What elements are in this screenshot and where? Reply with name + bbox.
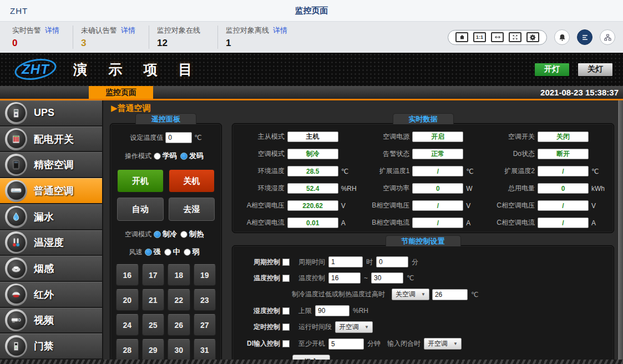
radio-button[interactable]	[154, 231, 161, 238]
temp-humidity-icon	[7, 234, 26, 252]
remote-button[interactable]: 去湿	[169, 198, 215, 221]
stat-detail-link[interactable]: 详情	[45, 26, 59, 34]
temp-action-input[interactable]	[432, 289, 468, 300]
one-to-one-icon[interactable]: 1:1	[473, 32, 486, 42]
temp-control-checkbox[interactable]	[282, 275, 290, 282]
sidebar-item[interactable]: UPS	[0, 100, 102, 127]
remote-button[interactable]: 自动	[117, 198, 164, 221]
realtime-field: C相空调电流 / A	[484, 218, 609, 228]
sidebar-item[interactable]: 漏水	[0, 204, 102, 230]
temp-key[interactable]: 22	[168, 289, 190, 311]
remote-panel-tab: 遥控面板	[135, 113, 196, 124]
radio-button[interactable]	[180, 231, 188, 238]
timer-control-checkbox[interactable]	[282, 323, 290, 331]
view-toolbar: 1:1	[448, 30, 547, 45]
temp-key[interactable]: 23	[194, 289, 216, 311]
radio-label: 强	[154, 247, 161, 257]
timer-control-label: 定时控制	[240, 322, 280, 332]
di-action-select[interactable]: 开空调▼	[424, 338, 462, 350]
field-unit: V	[341, 202, 359, 210]
realtime-panel-tab: 实时数据	[393, 113, 454, 124]
realtime-field: A相空调电流 0.01 A	[234, 218, 359, 228]
sidebar-item[interactable]: 精密空调	[0, 152, 102, 178]
temp-key[interactable]: 19	[194, 264, 216, 286]
field-label: 主从模式	[234, 132, 285, 141]
stat-detail-link[interactable]: 详情	[273, 26, 287, 34]
temp-key[interactable]: 30	[168, 339, 190, 360]
light-off-button[interactable]: 关灯	[578, 63, 613, 77]
radio-label: 制热	[189, 229, 204, 239]
field-label: 环境湿度	[234, 184, 285, 193]
temp-key[interactable]: 16	[116, 264, 139, 286]
field-label: C相空调电压	[484, 201, 535, 210]
sidebar-item[interactable]: 温湿度	[0, 230, 102, 256]
clock: 2021-08-23 15:38:37	[540, 86, 623, 99]
field-value: /	[412, 166, 463, 176]
remote-button[interactable]: 关机	[169, 169, 215, 193]
temp-key[interactable]: 26	[168, 314, 190, 336]
realtime-data-panel: 实时数据 主从模式 主机 空调电源 开启	[232, 123, 614, 233]
sidebar-item-label: 精密空调	[34, 158, 74, 171]
sidebar-item[interactable]: 红外	[0, 282, 102, 308]
field-label: 告警状态	[359, 149, 410, 159]
fullscreen-icon[interactable]	[509, 32, 521, 42]
temp-key[interactable]: 28	[116, 339, 139, 360]
humidity-control-checkbox[interactable]	[282, 307, 290, 315]
cycle-hour-input[interactable]	[328, 256, 363, 267]
remote-control-panel: 遥控面板 设定温度值 ℃ 操作模式 学码发码 开机关机自动去湿 空调模式	[110, 123, 222, 360]
radio-button[interactable]	[145, 249, 152, 256]
humidity-limit-input[interactable]	[315, 305, 350, 316]
temp-key[interactable]: 27	[194, 314, 216, 336]
precision-ac-icon	[7, 156, 26, 174]
di-minutes-input[interactable]	[328, 338, 364, 350]
timer-select[interactable]: 开空调▼	[335, 321, 373, 333]
radio-button[interactable]	[164, 249, 171, 256]
temp-key[interactable]: 20	[116, 289, 139, 311]
home-icon[interactable]	[455, 32, 468, 42]
field-label: B相空调电压	[359, 201, 410, 210]
logo-bar: ZHT 演 示 项 目 开灯 关灯	[0, 53, 623, 86]
submit-button[interactable]: 提交	[292, 355, 330, 360]
field-unit: V	[591, 202, 609, 210]
sidebar-item[interactable]: 视频	[0, 308, 102, 334]
cycle-minute-input[interactable]	[376, 256, 408, 267]
sidebar-item[interactable]: 烟感	[0, 256, 102, 282]
temp-key[interactable]: 24	[116, 314, 139, 336]
temp-key[interactable]: 17	[142, 264, 165, 286]
radio-button[interactable]	[180, 153, 188, 160]
radio-button[interactable]	[184, 249, 191, 256]
field-unit: A	[466, 219, 484, 227]
realtime-field: B相空调电流 / A	[359, 218, 484, 228]
set-temp-input[interactable]	[165, 132, 192, 143]
field-label: C相空调电流	[484, 218, 535, 228]
temp-action-select[interactable]: 关空调▼	[392, 289, 429, 300]
field-value: 220.62	[287, 200, 338, 211]
temp-key[interactable]: 29	[142, 339, 165, 360]
temp-key[interactable]: 21	[142, 289, 165, 311]
temp-high-input[interactable]	[371, 272, 403, 284]
temp-key[interactable]: 31	[194, 339, 216, 360]
radio-button[interactable]	[154, 153, 161, 160]
field-label: 空调模式	[234, 149, 285, 159]
cycle-control-checkbox[interactable]	[282, 259, 290, 266]
sidebar: UPS 配电开关 精密空调 普通空调 漏水	[0, 100, 103, 360]
sidebar-item[interactable]: 门禁	[0, 333, 102, 360]
fit-width-icon[interactable]	[491, 32, 504, 42]
temp-low-input[interactable]	[328, 272, 361, 284]
settings-icon[interactable]	[526, 32, 539, 42]
field-label: A相空调电压	[234, 201, 285, 210]
ups-icon	[7, 104, 26, 122]
scrollbar-track[interactable]	[617, 100, 623, 360]
sidebar-item[interactable]: 配电开关	[0, 127, 102, 153]
light-on-button[interactable]: 开灯	[534, 63, 570, 77]
di-control-checkbox[interactable]	[282, 340, 290, 347]
tab-monitor-page[interactable]: 监控页面	[89, 86, 153, 99]
temp-key[interactable]: 18	[168, 264, 190, 286]
sidebar-item[interactable]: 普通空调	[0, 178, 102, 204]
realtime-field: A相空调电压 220.62 V	[234, 200, 359, 211]
field-unit: A	[591, 219, 609, 227]
temp-key[interactable]: 25	[142, 314, 165, 336]
remote-button[interactable]: 开机	[117, 169, 164, 193]
stat-detail-link[interactable]: 详情	[121, 26, 135, 34]
sidebar-item-label: 漏水	[34, 210, 54, 224]
